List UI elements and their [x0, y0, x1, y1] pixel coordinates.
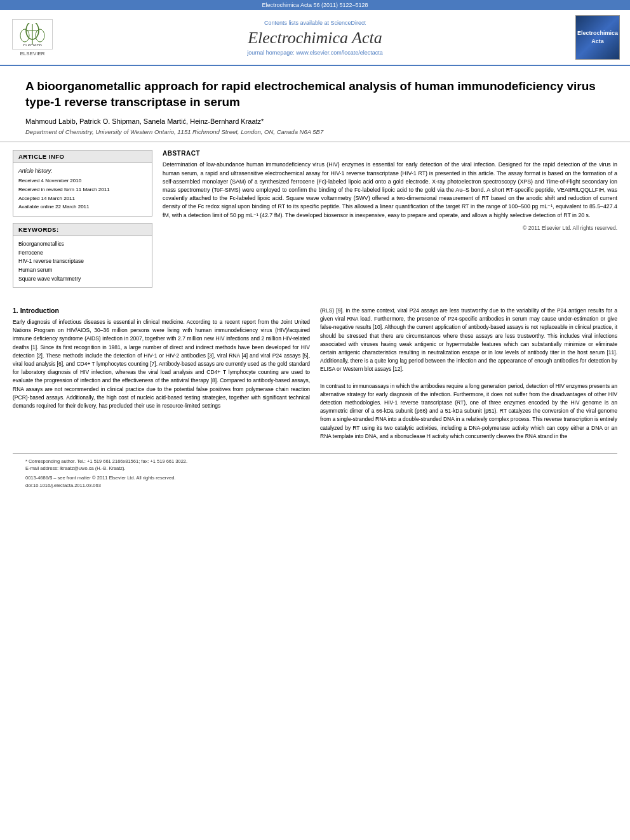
right-logo-text: Electrochimica Acta	[577, 29, 618, 45]
footnote-star-text: * Corresponding author. Tel.: +1 519 661…	[25, 458, 605, 465]
journal-homepage-link[interactable]: journal homepage: www.elsevier.com/locat…	[61, 50, 569, 56]
right-column: ABSTRACT Determination of low-abundance …	[163, 150, 617, 294]
abstract-heading: ABSTRACT	[163, 150, 617, 157]
article-info-body: Article history: Received 4 November 201…	[13, 163, 152, 216]
article-title: A bioorganometallic approach for rapid e…	[25, 79, 605, 110]
top-banner: Electrochimica Acta 56 (2011) 5122–5128	[0, 0, 630, 10]
article-info-abstract-section: ARTICLE INFO Article history: Received 4…	[0, 142, 630, 302]
journal-logo-right: Electrochimica Acta	[575, 15, 620, 60]
authors-text: Mahmoud Labib, Patrick O. Shipman, Sanel…	[25, 117, 264, 125]
keyword-4: Human serum	[18, 266, 147, 275]
keyword-2: Ferrocene	[18, 249, 147, 258]
footnote-email-text: E-mail address: lkraatz@uwo.ca (H.-B. Kr…	[25, 465, 605, 472]
keywords-header: Keywords:	[13, 223, 152, 236]
body-right-col: (RLS) [9]. In the same context, viral P2…	[320, 307, 617, 441]
footer-doi: doi:10.1016/j.electacta.2011.03.063	[25, 482, 605, 489]
abstract-text: Determination of low-abundance human imm…	[163, 161, 617, 219]
footer-issn: 0013-4686/$ – see front matter © 2011 El…	[25, 474, 605, 481]
received-date: Received 4 November 2010	[18, 177, 147, 185]
intro-col1-text: Early diagnosis of infectious diseases i…	[13, 318, 310, 410]
banner-text: Electrochimica Acta 56 (2011) 5122–5128	[262, 2, 368, 8]
elsevier-logo-svg: ELSEVIER	[17, 23, 48, 46]
sciencedirect-text: Contents lists available at ScienceDirec…	[264, 20, 366, 26]
intro-heading: 1. Introduction	[13, 307, 310, 314]
accepted-date: Accepted 14 March 2011	[18, 195, 147, 203]
elsevier-logo: ELSEVIER ELSEVIER	[10, 19, 55, 57]
sciencedirect-link[interactable]: Contents lists available at ScienceDirec…	[61, 20, 569, 26]
svg-text:ELSEVIER: ELSEVIER	[23, 44, 42, 46]
journal-header: ELSEVIER ELSEVIER Contents lists availab…	[0, 10, 630, 66]
left-column: ARTICLE INFO Article history: Received 4…	[13, 150, 152, 294]
elsevier-logo-box: ELSEVIER	[12, 19, 53, 50]
keyword-3: HIV-1 reverse transcriptase	[18, 257, 147, 266]
keyword-5: Square wave voltammetry	[18, 275, 147, 284]
body-left-col: 1. Introduction Early diagnosis of infec…	[13, 307, 310, 441]
keywords-body: Bioorganometallics Ferrocene HIV-1 rever…	[13, 236, 152, 287]
article-authors: Mahmoud Labib, Patrick O. Shipman, Sanel…	[25, 117, 605, 125]
available-date: Available online 22 March 2011	[18, 203, 147, 211]
homepage-text: journal homepage: www.elsevier.com/locat…	[247, 50, 383, 56]
elsevier-wordmark: ELSEVIER	[20, 51, 44, 57]
received-revised-date: Received in revised form 11 March 2011	[18, 186, 147, 194]
body-area: 1. Introduction Early diagnosis of infec…	[0, 302, 630, 453]
article-info-box: ARTICLE INFO Article history: Received 4…	[13, 150, 152, 217]
journal-title-display: Electrochimica Acta	[61, 29, 569, 48]
keywords-box: Keywords: Bioorganometallics Ferrocene H…	[13, 223, 152, 288]
article-title-area: A bioorganometallic approach for rapid e…	[0, 66, 630, 142]
article-info-header: ARTICLE INFO	[13, 150, 152, 163]
keyword-1: Bioorganometallics	[18, 240, 147, 249]
article-affiliation: Department of Chemistry, University of W…	[25, 128, 605, 135]
copyright-line: © 2011 Elsevier Ltd. All rights reserved…	[163, 225, 617, 231]
journal-center: Contents lists available at ScienceDirec…	[61, 20, 569, 56]
footnote-area: * Corresponding author. Tel.: +1 519 661…	[13, 453, 617, 493]
article-history-label: Article history:	[18, 167, 147, 176]
intro-col2-text: (RLS) [9]. In the same context, viral P2…	[320, 307, 617, 441]
